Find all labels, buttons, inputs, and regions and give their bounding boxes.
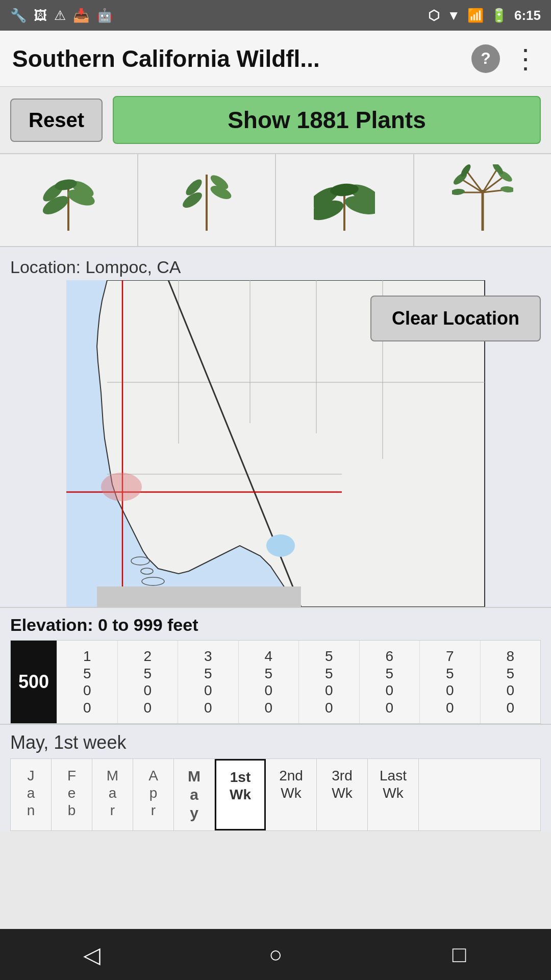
plant-image-1[interactable] [0,154,138,246]
plant-image-3[interactable] [276,154,414,246]
calendar-section: May, 1st week Jan Feb Mar Apr May 1stWk … [0,724,551,831]
status-right-icons: ⬡ ▼ 📶 🔋 6:15 [428,8,541,23]
show-plants-button[interactable]: Show 1881 Plants [113,96,541,144]
calendar-week-last[interactable]: LastWk [368,759,419,830]
calendar-month-feb[interactable]: Feb [52,759,92,830]
recents-button[interactable]: □ [439,942,480,967]
elevation-tick-5500[interactable]: 5500 [298,641,359,723]
status-left-icons: 🔧 🖼 ⚠ 📥 🤖 [10,8,113,23]
download-icon: 📥 [73,8,89,23]
elevation-selected-value[interactable]: 500 [11,641,57,723]
elevation-label: Elevation: 0 to 999 feet [10,615,541,635]
calendar-week-2nd[interactable]: 2ndWk [266,759,317,830]
elevation-tick-2500[interactable]: 2500 [117,641,178,723]
map-container[interactable]: Clear Location [0,280,551,607]
location-label: Location: Lompoc, CA [0,252,551,280]
app-bar: Southern California Wildfl... ? ⋮ [0,31,551,87]
svg-rect-46 [97,586,301,607]
wifi-icon: ▼ [447,8,460,23]
back-button[interactable]: ◁ [71,942,112,968]
svg-line-22 [467,172,483,192]
menu-button[interactable]: ⋮ [512,43,539,74]
elevation-tick-8500[interactable]: 8500 [480,641,541,723]
elevation-tick-1500[interactable]: 1500 [57,641,117,723]
calendar-month-may[interactable]: May [174,759,215,830]
elevation-section: Elevation: 0 to 999 feet 500 1500 2500 3… [0,607,551,724]
home-button[interactable]: ○ [255,942,296,967]
elevation-tick-3500[interactable]: 3500 [178,641,238,723]
svg-point-27 [500,186,513,193]
signal-icon: 📶 [467,8,484,23]
clock: 6:15 [514,8,541,23]
wrench-icon: 🔧 [10,8,27,23]
calendar-month-apr[interactable]: Apr [133,759,174,830]
clear-location-button[interactable]: Clear Location [370,296,541,341]
calendar-month-jan[interactable]: Jan [11,759,52,830]
calendar-label: May, 1st week [10,732,541,753]
plant-image-4[interactable] [414,154,552,246]
svg-line-18 [462,180,483,192]
calendar-week-3rd[interactable]: 3rdWk [317,759,368,830]
app-title: Southern California Wildfl... [12,45,471,72]
elevation-slider-row[interactable]: 500 1500 2500 3500 4500 5500 6500 7500 8… [10,640,541,724]
bottom-nav: ◁ ○ □ [0,929,551,980]
svg-point-40 [101,473,142,501]
calendar-week-1st[interactable]: 1stWk [215,759,266,830]
android-icon: 🤖 [96,8,113,23]
calendar-month-mar[interactable]: Mar [92,759,133,830]
reset-button[interactable]: Reset [10,99,103,142]
calendar-row[interactable]: Jan Feb Mar Apr May 1stWk 2ndWk 3rdWk La… [10,758,541,831]
help-button[interactable]: ? [471,44,500,73]
elevation-ticks[interactable]: 1500 2500 3500 4500 5500 6500 7500 8500 [57,641,540,723]
map-section: Location: Lompoc, CA [0,247,551,607]
status-bar: 🔧 🖼 ⚠ 📥 🤖 ⬡ ▼ 📶 🔋 6:15 [0,0,551,31]
elevation-tick-6500[interactable]: 6500 [359,641,420,723]
plant-images-row [0,153,551,247]
svg-point-26 [452,188,465,195]
bluetooth-icon: ⬡ [428,8,440,23]
plant-image-2[interactable] [138,154,277,246]
app-bar-icons: ? ⋮ [471,43,539,74]
svg-line-23 [483,169,497,192]
elevation-tick-4500[interactable]: 4500 [238,641,299,723]
action-row: Reset Show 1881 Plants [0,87,551,153]
battery-icon: 🔋 [491,8,507,23]
image-icon: 🖼 [34,8,47,23]
svg-point-45 [266,534,295,557]
elevation-tick-7500[interactable]: 7500 [419,641,480,723]
warning-icon: ⚠ [54,8,66,23]
